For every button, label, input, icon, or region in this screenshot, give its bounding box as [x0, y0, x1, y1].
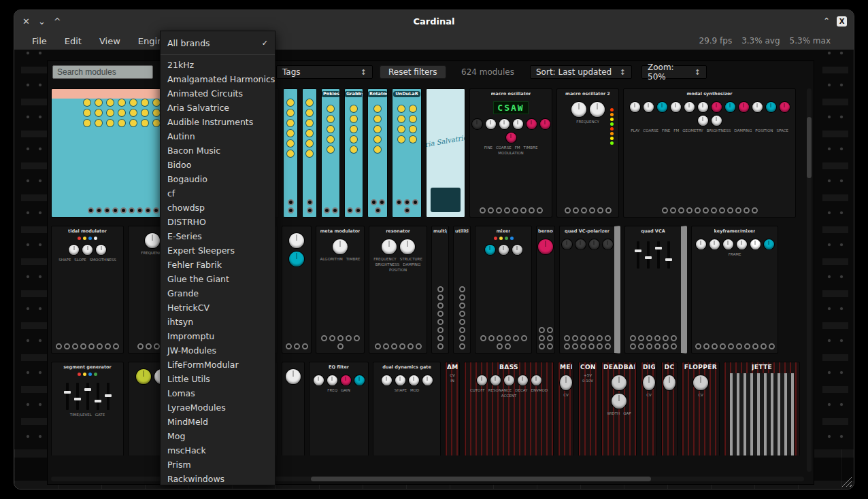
brand-option[interactable]: Lomas [161, 386, 275, 400]
brand-option[interactable]: JW-Modules [161, 343, 275, 358]
knob[interactable] [486, 119, 496, 129]
jack[interactable] [88, 207, 94, 213]
jack[interactable] [459, 303, 465, 309]
module-macro-oscillator-2[interactable]: macro oscillator 2FREQUENCY [556, 88, 619, 218]
knob[interactable] [153, 99, 160, 106]
jack[interactable] [337, 335, 344, 341]
module-eq-filter[interactable]: EQ filterFREQGAIN [309, 362, 369, 455]
knob[interactable] [693, 375, 708, 390]
knob[interactable] [107, 120, 114, 126]
knob[interactable] [531, 375, 541, 385]
jack[interactable] [72, 343, 78, 349]
jack[interactable] [459, 311, 465, 317]
knob[interactable] [287, 109, 294, 116]
jack[interactable] [573, 207, 579, 213]
brand-option[interactable]: Little Utils [161, 372, 275, 386]
jack[interactable] [105, 343, 111, 349]
jack[interactable] [137, 207, 143, 213]
brand-option[interactable]: 21kHz [161, 58, 275, 72]
brand-option[interactable]: Bidoo [161, 158, 275, 172]
knob[interactable] [398, 136, 405, 143]
jack[interactable] [695, 343, 701, 349]
brand-option[interactable]: E-Series [161, 229, 275, 243]
knob[interactable] [398, 105, 405, 112]
jack[interactable] [671, 335, 677, 341]
knob[interactable] [527, 119, 537, 129]
vertical-scrollbar[interactable] [807, 88, 812, 472]
jack[interactable] [113, 343, 119, 349]
jack[interactable] [145, 207, 151, 213]
module-bass[interactable]: BASSCUTOFFRESONANCEDECAYENVMODACCENT [464, 362, 554, 455]
knob[interactable] [590, 102, 605, 117]
knob[interactable] [95, 99, 102, 106]
knob[interactable] [136, 369, 151, 384]
knob[interactable] [737, 239, 747, 250]
slider-handle[interactable] [74, 398, 81, 400]
knob[interactable] [374, 126, 381, 133]
jack[interactable] [752, 207, 758, 213]
jack[interactable] [695, 207, 701, 213]
jack[interactable] [324, 207, 330, 213]
brand-option[interactable]: mscHack [161, 443, 275, 458]
vertical-scrollbar-thumb[interactable] [807, 117, 812, 178]
jack[interactable] [307, 207, 313, 213]
jack[interactable] [564, 343, 570, 349]
knob[interactable] [69, 245, 79, 255]
knob[interactable] [490, 375, 501, 385]
jack[interactable] [321, 335, 327, 341]
knob[interactable] [671, 102, 681, 112]
jack[interactable] [459, 343, 465, 349]
jack[interactable] [375, 343, 381, 349]
jack[interactable] [480, 335, 486, 341]
jack[interactable] [146, 343, 152, 349]
knob[interactable] [153, 120, 160, 126]
jack[interactable] [56, 343, 62, 349]
jack[interactable] [488, 207, 494, 213]
knob[interactable] [400, 239, 415, 254]
jack[interactable] [671, 343, 677, 349]
jack[interactable] [437, 335, 444, 341]
knob[interactable] [153, 109, 160, 116]
knob[interactable] [499, 119, 510, 129]
jack[interactable] [505, 343, 511, 349]
jack[interactable] [581, 207, 587, 213]
knob[interactable] [589, 239, 599, 250]
jack[interactable] [670, 207, 676, 213]
jack[interactable] [662, 207, 668, 213]
jack[interactable] [286, 343, 292, 349]
jack[interactable] [572, 335, 578, 341]
jack[interactable] [497, 335, 503, 341]
module-segment-generator[interactable]: segment generatorTIME/LEVELGATE [51, 362, 124, 455]
jack[interactable] [520, 207, 527, 213]
knob[interactable] [95, 109, 102, 116]
knob[interactable] [130, 120, 137, 126]
jack[interactable] [728, 343, 734, 349]
jack[interactable] [513, 335, 519, 341]
jack[interactable] [529, 207, 535, 213]
knob[interactable] [410, 126, 416, 133]
brand-option[interactable]: LyraeModules [161, 400, 275, 415]
knob[interactable] [752, 102, 763, 112]
knob[interactable] [612, 375, 627, 390]
module-panel[interactable]: Aria Salvatrice [426, 88, 465, 218]
module-flopper[interactable]: FLOPPERCV [682, 362, 720, 455]
jack[interactable] [761, 343, 767, 349]
knob[interactable] [410, 116, 416, 122]
module-dual-dynamics-gate[interactable]: dual dynamics gateSHAPEMOD [373, 362, 441, 455]
knob[interactable] [712, 102, 722, 112]
knob[interactable] [118, 120, 125, 126]
knob[interactable] [327, 136, 334, 143]
jack[interactable] [347, 207, 353, 213]
knob[interactable] [333, 239, 348, 254]
slider-handle[interactable] [645, 256, 652, 259]
knob[interactable] [327, 105, 334, 112]
brand-option[interactable]: Rackwindows [161, 472, 275, 485]
knob[interactable] [350, 116, 357, 122]
jack[interactable] [354, 335, 360, 341]
jack[interactable] [329, 335, 335, 341]
knob[interactable] [712, 116, 722, 126]
knob[interactable] [350, 146, 357, 153]
jack[interactable] [80, 343, 86, 349]
knob[interactable] [118, 109, 125, 116]
knob[interactable] [499, 245, 509, 255]
